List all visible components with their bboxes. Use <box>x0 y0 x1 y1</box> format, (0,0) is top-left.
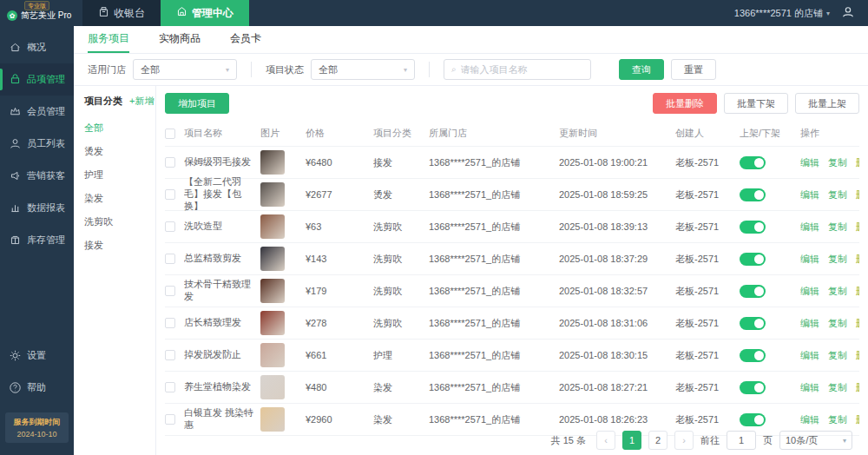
row-checkbox[interactable] <box>165 350 175 360</box>
bulk-on-button[interactable]: 批量上架 <box>795 93 859 114</box>
sidebar-item-4[interactable]: 营销获客 <box>0 160 74 192</box>
edit-link[interactable]: 编辑 <box>800 285 819 298</box>
manage-icon <box>176 6 187 20</box>
sidebar-item-3[interactable]: 员工列表 <box>0 128 74 160</box>
copy-link[interactable]: 复制 <box>828 253 847 266</box>
sidebar-item-label: 营销获客 <box>27 169 65 182</box>
sidebar-item-0[interactable]: 概况 <box>0 31 74 63</box>
sidebar-item-2[interactable]: 会员管理 <box>0 96 74 128</box>
delete-link[interactable]: 删除 <box>856 317 859 330</box>
category-item-5[interactable]: 接发 <box>84 234 155 257</box>
row-checkbox[interactable] <box>165 286 175 296</box>
sidebar-item-5[interactable]: 数据报表 <box>0 192 74 224</box>
enable-toggle[interactable] <box>740 253 766 266</box>
row-checkbox[interactable] <box>165 221 175 232</box>
copy-link[interactable]: 复制 <box>828 285 847 298</box>
edit-link[interactable]: 编辑 <box>800 156 819 169</box>
copy-link[interactable]: 复制 <box>828 156 847 169</box>
store-filter-select[interactable]: 全部▾ <box>133 59 237 80</box>
item-name: 掉发脱发防止 <box>184 349 260 361</box>
edit-link[interactable]: 编辑 <box>800 317 819 330</box>
pagination-page-1[interactable]: 1 <box>622 431 641 450</box>
enable-toggle[interactable] <box>740 221 766 234</box>
enable-toggle[interactable] <box>740 317 766 330</box>
sidebar-item-1[interactable]: 品项管理 <box>0 63 74 96</box>
pagination-goto-input[interactable] <box>727 431 756 450</box>
category-item-2[interactable]: 护理 <box>84 163 155 187</box>
copy-link[interactable]: 复制 <box>828 381 847 394</box>
row-checkbox[interactable] <box>165 189 175 200</box>
search-icon: ⌕ <box>451 64 457 75</box>
category-item-0[interactable]: 全部 <box>84 116 155 140</box>
enable-toggle[interactable] <box>740 349 766 362</box>
row-checkbox[interactable] <box>165 414 175 425</box>
edit-link[interactable]: 编辑 <box>800 381 819 394</box>
delete-link[interactable]: 删除 <box>856 413 859 426</box>
tab-0[interactable]: 服务项目 <box>88 26 129 53</box>
category-item-4[interactable]: 洗剪吹 <box>84 210 155 234</box>
delete-link[interactable]: 删除 <box>856 188 859 201</box>
user-icon[interactable] <box>842 6 854 20</box>
delete-link[interactable]: 删除 <box>856 349 859 362</box>
delete-link[interactable]: 删除 <box>856 285 859 298</box>
delete-link[interactable]: 删除 <box>856 381 859 394</box>
copy-link[interactable]: 复制 <box>828 349 847 362</box>
item-updated-time: 2025-01-08 19:00:21 <box>559 157 675 168</box>
sidebar: 概况品项管理会员管理员工列表营销获客数据报表库存管理 设置帮助 服务到期时间 2… <box>0 26 74 455</box>
enable-toggle[interactable] <box>740 156 766 169</box>
copy-link[interactable]: 复制 <box>828 188 847 201</box>
column-header-8: 操作 <box>800 127 859 140</box>
pagination-prev-button[interactable]: ‹ <box>596 431 615 450</box>
edit-link[interactable]: 编辑 <box>800 253 819 266</box>
pagination-next-button[interactable]: › <box>674 431 694 450</box>
item-category: 洗剪吹 <box>373 221 429 234</box>
sidebar-item-1[interactable]: 帮助 <box>0 372 74 404</box>
gear-icon <box>10 350 21 361</box>
category-item-1[interactable]: 烫发 <box>84 140 155 163</box>
chevron-down-icon: ▾ <box>826 10 830 17</box>
enable-toggle[interactable] <box>740 381 766 394</box>
row-checkbox[interactable] <box>165 382 175 392</box>
account-shop-selector[interactable]: 1366****2571 的店铺 ▾ <box>734 7 830 20</box>
category-add-button[interactable]: +新增 <box>129 95 154 108</box>
enable-toggle[interactable] <box>740 413 766 426</box>
top-tab-cashier[interactable]: 收银台 <box>82 0 161 26</box>
edit-link[interactable]: 编辑 <box>800 188 819 201</box>
edit-link[interactable]: 编辑 <box>800 349 819 362</box>
row-checkbox[interactable] <box>165 254 175 264</box>
reset-button[interactable]: 重置 <box>671 59 716 80</box>
page-size-select[interactable]: 10条/页▾ <box>779 431 852 450</box>
bulk-delete-button[interactable]: 批量删除 <box>653 93 717 114</box>
delete-link[interactable]: 删除 <box>856 156 859 169</box>
sidebar-menu: 概况品项管理会员管理员工列表营销获客数据报表库存管理 <box>0 31 74 256</box>
pagination-page-2[interactable]: 2 <box>648 431 667 450</box>
category-item-3[interactable]: 染发 <box>84 187 155 210</box>
delete-link[interactable]: 删除 <box>856 253 859 266</box>
item-updated-time: 2025-01-08 18:27:21 <box>559 382 675 392</box>
sidebar-item-6[interactable]: 库存管理 <box>0 224 74 256</box>
edit-link[interactable]: 编辑 <box>800 221 819 234</box>
enable-toggle[interactable] <box>740 188 766 201</box>
search-button[interactable]: 查询 <box>619 59 664 80</box>
select-all-checkbox[interactable] <box>165 129 175 139</box>
search-input[interactable] <box>461 64 583 75</box>
status-filter-select[interactable]: 全部▾ <box>311 59 415 80</box>
row-checkbox[interactable] <box>165 157 175 168</box>
sidebar-item-label: 员工列表 <box>27 137 65 150</box>
delete-link[interactable]: 删除 <box>856 221 859 234</box>
top-tab-manage[interactable]: 管理中心 <box>161 0 249 26</box>
tab-1[interactable]: 实物商品 <box>159 26 201 53</box>
tab-2[interactable]: 会员卡 <box>230 26 261 53</box>
edit-link[interactable]: 编辑 <box>800 413 819 426</box>
table-header-row: 项目名称图片价格项目分类所属门店更新时间创建人上架/下架操作 <box>165 121 859 147</box>
enable-toggle[interactable] <box>740 285 766 298</box>
add-item-button[interactable]: 增加项目 <box>165 93 229 114</box>
store-filter-label: 适用门店 <box>88 63 126 76</box>
row-checkbox[interactable] <box>165 318 175 328</box>
copy-link[interactable]: 复制 <box>828 317 847 330</box>
sidebar-item-0[interactable]: 设置 <box>0 340 74 372</box>
copy-link[interactable]: 复制 <box>828 413 847 426</box>
bulk-off-button[interactable]: 批量下架 <box>724 93 788 114</box>
copy-link[interactable]: 复制 <box>828 221 847 234</box>
item-store: 1368****2571_的店铺 <box>429 221 559 234</box>
